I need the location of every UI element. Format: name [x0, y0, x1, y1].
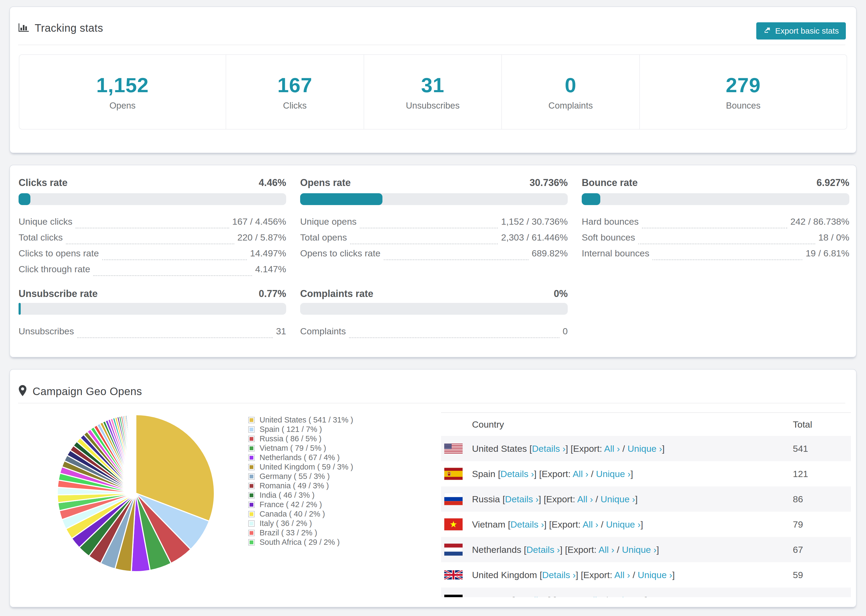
export-unique-link[interactable]: Unique › [610, 595, 645, 597]
campaign-geo-opens-card: Campaign Geo Opens United States ( 541 /… [9, 369, 857, 607]
rate-detail-value: 167 / 4.456% [232, 216, 286, 232]
export-all-link[interactable]: All › [583, 519, 598, 530]
rate-value: 4.46% [259, 177, 286, 189]
export-all-link[interactable]: All › [614, 570, 630, 580]
stat-label: Bounces [726, 101, 760, 111]
rate-detail-row: Total clicks220 / 5.87% [19, 232, 286, 248]
legend-item-france[interactable]: France ( 42 / 2% ) [248, 500, 353, 509]
legend-label: Canada ( 40 / 2% ) [260, 509, 325, 519]
rate-detail-label: Hard bounces [582, 216, 639, 232]
details-link[interactable]: Details › [542, 570, 576, 580]
page-title: Tracking stats [35, 22, 103, 34]
stat-complaints: 0Complaints [502, 55, 640, 129]
rate-detail-row: Unique clicks167 / 4.456% [19, 216, 286, 232]
legend-item-romania[interactable]: Romania ( 49 / 3% ) [248, 481, 353, 490]
geo-legend: United States ( 541 / 31% )Spain ( 121 /… [248, 415, 353, 547]
legend-swatch [248, 454, 255, 461]
country-cell: Spain [Details ›] [Export: All › / Uniqu… [472, 469, 633, 479]
legend-item-spain[interactable]: Spain ( 121 / 7% ) [248, 425, 353, 434]
rate-title: Bounce rate [582, 177, 638, 189]
country-name: Vietnam [472, 519, 508, 530]
legend-item-south-africa[interactable]: South Africa ( 29 / 2% ) [248, 537, 353, 547]
legend-swatch [248, 492, 255, 498]
bar-chart-icon [18, 23, 29, 34]
export-all-link[interactable]: All › [587, 595, 603, 597]
geo-divider [18, 403, 845, 404]
stat-label: Clicks [283, 101, 307, 111]
rate-detail-row: Opens to clicks rate689.82% [300, 248, 568, 264]
legend-swatch [248, 436, 255, 442]
details-link[interactable]: Details › [505, 494, 539, 504]
legend-label: Vietnam ( 79 / 5% ) [260, 444, 326, 453]
legend-label: Romania ( 49 / 3% ) [260, 481, 329, 490]
dotted-leader [642, 216, 787, 228]
stat-value: 0 [565, 73, 576, 97]
export-unique-link[interactable]: Unique › [627, 443, 662, 454]
map-pin-icon [18, 385, 27, 398]
export-basic-stats-button[interactable]: Export basic stats [756, 22, 846, 39]
export-all-link[interactable]: All › [604, 443, 620, 454]
country-cell: United States [Details ›] [Export: All ›… [472, 443, 664, 454]
russia-flag-icon [444, 493, 463, 505]
legend-item-russia[interactable]: Russia ( 86 / 5% ) [248, 434, 353, 443]
export-all-link[interactable]: All › [599, 545, 614, 555]
geo-table-row-germany: Germany [Details ›] [Export: All › / Uni… [441, 588, 851, 597]
dotted-leader [66, 232, 234, 244]
rate-progress-bar [19, 303, 286, 315]
dotted-leader [638, 232, 815, 244]
rate-detail-value: 18 / 0% [819, 232, 849, 248]
rate-detail-row: Unsubscribes31 [19, 326, 286, 342]
rate-detail-row: Hard bounces242 / 86.738% [582, 216, 849, 232]
legend-item-netherlands[interactable]: Netherlands ( 67 / 4% ) [248, 453, 353, 462]
geo-table: Country Total United States [Details ›] … [441, 412, 851, 597]
country-cell: Netherlands [Details ›] [Export: All › /… [472, 545, 659, 555]
rate-detail-row: Internal bounces19 / 6.81% [582, 248, 849, 264]
export-unique-link[interactable]: Unique › [638, 570, 672, 580]
rate-detail-value: 2,303 / 61.446% [501, 232, 568, 248]
details-link[interactable]: Details › [526, 545, 560, 555]
rate-detail-label: Total opens [300, 232, 347, 248]
legend-item-germany[interactable]: Germany ( 55 / 3% ) [248, 472, 353, 481]
legend-item-canada[interactable]: Canada ( 40 / 2% ) [248, 509, 353, 519]
rate-progress-bar [19, 193, 286, 205]
total-cell: 541 [793, 443, 808, 454]
details-link[interactable]: Details › [515, 595, 548, 597]
rate-progress-fill [19, 193, 30, 205]
rate-progress-fill [300, 193, 383, 205]
netherlands-flag-icon [444, 544, 463, 556]
legend-label: India ( 46 / 3% ) [260, 491, 315, 500]
pie-slice [135, 415, 136, 493]
details-link[interactable]: Details › [532, 443, 565, 454]
legend-item-vietnam[interactable]: Vietnam ( 79 / 5% ) [248, 443, 353, 453]
export-unique-link[interactable]: Unique › [606, 519, 641, 530]
legend-item-united-states[interactable]: United States ( 541 / 31% ) [248, 415, 353, 425]
stat-opens: 1,152Opens [19, 55, 226, 129]
geo-table-header: Country Total [441, 413, 851, 436]
details-link[interactable]: Details › [510, 519, 544, 530]
legend-swatch [248, 473, 255, 480]
united-kingdom-flag-icon [444, 570, 463, 580]
export-unique-link[interactable]: Unique › [601, 494, 635, 504]
legend-item-italy[interactable]: Italy ( 36 / 2% ) [248, 519, 353, 528]
rate-value: 0% [554, 288, 568, 299]
legend-item-united-kingdom[interactable]: United Kingdom ( 59 / 3% ) [248, 462, 353, 472]
legend-swatch [248, 464, 255, 470]
header-divider [18, 45, 845, 45]
export-unique-link[interactable]: Unique › [622, 545, 657, 555]
export-all-link[interactable]: All › [577, 494, 593, 504]
rate-detail-label: Total clicks [19, 232, 63, 248]
export-all-link[interactable]: All › [573, 469, 589, 479]
rates-card: Clicks rate4.46%Unique clicks167 / 4.456… [9, 165, 857, 357]
rate-detail-label: Soft bounces [582, 232, 635, 248]
legend-item-india[interactable]: India ( 46 / 3% ) [248, 490, 353, 500]
geo-header: Campaign Geo Opens [18, 385, 142, 398]
legend-item-brazil[interactable]: Brazil ( 33 / 2% ) [248, 528, 353, 537]
stat-bounces: 279Bounces [640, 55, 847, 129]
details-link[interactable]: Details › [501, 469, 534, 479]
legend-swatch [248, 417, 255, 423]
country-name: United Kingdom [472, 570, 540, 580]
rate-detail-value: 14.497% [250, 248, 286, 264]
legend-swatch [248, 501, 255, 508]
export-icon [763, 26, 772, 36]
export-unique-link[interactable]: Unique › [596, 469, 631, 479]
